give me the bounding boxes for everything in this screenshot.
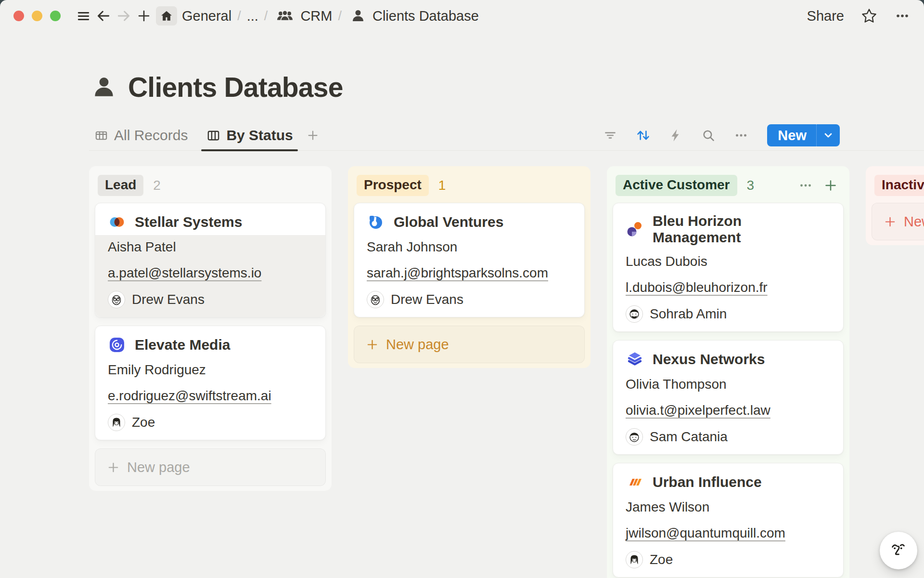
venn-circles-logo — [108, 213, 126, 231]
column-add-button[interactable] — [823, 178, 838, 193]
column-header: Inactive Customer — [872, 171, 924, 203]
column-header: Active Customer 3 — [613, 171, 844, 203]
breadcrumb-separator: / — [264, 9, 268, 24]
company-name: Global Ventures — [394, 214, 503, 230]
breadcrumb-crm[interactable]: CRM — [300, 8, 332, 24]
owner-row: Sam Catania — [626, 428, 831, 446]
minimize-window-button[interactable] — [32, 11, 42, 21]
status-badge-active-customer[interactable]: Active Customer — [616, 175, 737, 196]
company-name: Urban Influence — [653, 474, 762, 490]
client-card-elevate-media[interactable]: Elevate Media Emily Rodriguez e.rodrigue… — [95, 326, 326, 440]
client-card-bleu-horizon[interactable]: Bleu Horizon Management Lucas Dubois l.d… — [613, 203, 844, 332]
search-button[interactable] — [699, 126, 718, 145]
new-button-dropdown[interactable] — [816, 124, 840, 146]
new-page-button[interactable]: New page — [95, 448, 326, 486]
breadcrumb-separator: / — [237, 9, 241, 24]
plus-icon — [366, 338, 379, 351]
owner-row: Drew Evans — [367, 291, 572, 308]
new-page-label: New page — [386, 336, 449, 353]
view-settings-button[interactable] — [732, 126, 751, 145]
status-badge-prospect[interactable]: Prospect — [357, 175, 429, 196]
column-more-button[interactable] — [798, 178, 813, 193]
email-link[interactable]: olivia.t@pixelperfect.law — [626, 403, 770, 418]
new-page-button[interactable]: New page — [354, 326, 585, 363]
contact-name: Sarah Johnson — [367, 239, 572, 255]
forward-button[interactable] — [114, 6, 134, 26]
automations-button[interactable] — [666, 126, 685, 145]
plus-icon — [306, 128, 320, 143]
contact-name: Aisha Patel — [108, 239, 313, 255]
zoom-window-button[interactable] — [50, 11, 61, 21]
column-header: Lead 2 — [95, 171, 326, 203]
share-button[interactable]: Share — [807, 8, 844, 24]
page-person-icon — [91, 75, 116, 100]
status-badge-inactive-customer[interactable]: Inactive Customer — [874, 175, 924, 196]
client-card-stellar-systems[interactable]: Stellar Systems Aisha Patel a.patel@stel… — [95, 203, 326, 317]
company-name: Stellar Systems — [135, 214, 242, 230]
breadcrumb-page[interactable]: Clients Database — [372, 8, 479, 24]
sort-button[interactable] — [633, 126, 653, 145]
page-header: Clients Database — [91, 71, 924, 103]
search-icon — [701, 128, 717, 144]
more-options-button[interactable] — [894, 8, 911, 24]
scribble-face-icon — [887, 539, 910, 562]
status-badge-lead[interactable]: Lead — [98, 175, 143, 196]
back-arrow-icon — [95, 8, 112, 24]
email-link[interactable]: a.patel@stellarsystems.io — [108, 265, 261, 280]
email-link[interactable]: jwilson@quantumquill.com — [626, 525, 785, 540]
client-card-nexus-networks[interactable]: Nexus Networks Olivia Thompson olivia.t@… — [613, 340, 844, 455]
new-button-label[interactable]: New — [767, 124, 816, 146]
app-window: General / ... / CRM / Clients Database S… — [0, 0, 924, 578]
sohrab-avatar — [626, 305, 643, 323]
breadcrumb-general[interactable]: General — [182, 8, 231, 24]
blue-orb-logo — [367, 213, 385, 231]
close-window-button[interactable] — [13, 11, 24, 21]
ellipsis-icon — [733, 128, 749, 143]
client-card-global-ventures[interactable]: Global Ventures Sarah Johnson sarah.j@br… — [354, 203, 585, 317]
page-title[interactable]: Clients Database — [128, 71, 343, 103]
tab-all-records[interactable]: All Records — [89, 120, 192, 150]
tab-label: All Records — [114, 127, 188, 144]
topbar-actions: Share — [807, 7, 911, 25]
new-page-button[interactable]: New page — [872, 203, 924, 240]
new-page-label: New page — [127, 459, 190, 475]
hamburger-icon — [76, 8, 91, 24]
tab-label: By Status — [226, 127, 293, 144]
drew-avatar — [367, 291, 384, 308]
email-link[interactable]: l.dubois@bleuhorizon.fr — [626, 280, 768, 295]
tab-by-status[interactable]: By Status — [201, 120, 297, 150]
breadcrumb: General / ... / CRM / Clients Database — [182, 8, 479, 24]
layer-stack-logo — [626, 350, 644, 368]
sidebar-menu-button[interactable] — [73, 6, 93, 26]
column-count: 3 — [747, 178, 755, 193]
company-name: Bleu Horizon Management — [653, 213, 831, 246]
email-link[interactable]: sarah.j@brightsparksolns.com — [367, 265, 548, 280]
home-button[interactable] — [156, 6, 177, 26]
ai-assistant-button[interactable] — [880, 532, 917, 569]
board-view-icon — [206, 128, 221, 143]
owner-name: Drew Evans — [391, 292, 463, 307]
plus-icon — [823, 178, 838, 193]
view-tabs-bar: All Records By Status New — [89, 120, 924, 151]
table-view-icon — [94, 128, 109, 143]
breadcrumb-ellipsis[interactable]: ... — [247, 8, 258, 24]
drew-avatar — [108, 291, 125, 308]
add-view-button[interactable] — [306, 128, 320, 143]
email-link[interactable]: e.rodriguez@swiftstream.ai — [108, 388, 271, 403]
new-tab-button[interactable] — [134, 6, 154, 26]
person-icon — [350, 8, 366, 24]
owner-name: Sam Catania — [650, 429, 728, 445]
zoe-avatar — [108, 414, 125, 431]
filter-button[interactable] — [601, 126, 620, 145]
owner-row: Drew Evans — [108, 291, 313, 308]
new-record-button[interactable]: New — [767, 124, 840, 146]
client-card-urban-influence[interactable]: Urban Influence James Wilson jwilson@qua… — [613, 463, 844, 578]
column-count: 2 — [153, 178, 161, 193]
owner-row: Sohrab Amin — [626, 305, 831, 323]
title-bar: General / ... / CRM / Clients Database S… — [0, 0, 924, 32]
plus-icon — [136, 8, 152, 24]
back-button[interactable] — [93, 6, 114, 26]
column-header: Prospect 1 — [354, 171, 585, 203]
favorite-button[interactable] — [860, 7, 878, 25]
owner-name: Sohrab Amin — [650, 306, 727, 322]
